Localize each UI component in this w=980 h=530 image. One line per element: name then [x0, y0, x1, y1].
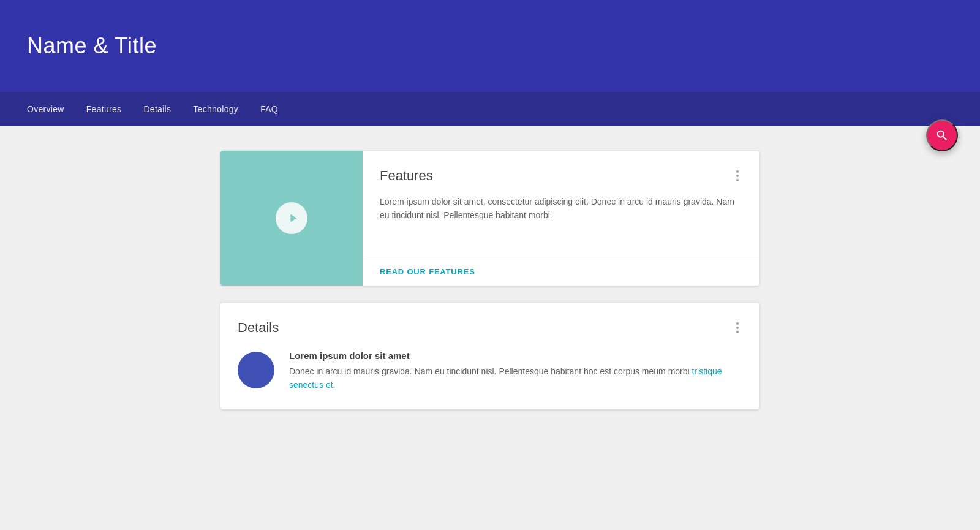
features-card-text: Lorem ipsum dolor sit amet, consectetur … [380, 195, 742, 222]
features-thumbnail [221, 151, 363, 286]
search-fab-button[interactable] [926, 119, 958, 151]
more-dot-1 [736, 170, 739, 173]
more-dot-2 [736, 175, 739, 177]
features-card-link[interactable]: READ OUR FEATURES [380, 267, 475, 276]
page-header: Name & Title [0, 0, 980, 92]
details-card: Details Lorem ipsum dolor sit amet Donec… [221, 303, 760, 409]
features-card: Features Lorem ipsum dolor sit amet, con… [221, 151, 760, 286]
nav-item-details[interactable]: Details [143, 93, 171, 125]
details-body-text-1: Donec in arcu id mauris gravida. Nam eu … [289, 366, 692, 376]
nav-item-features[interactable]: Features [86, 93, 122, 125]
page-title: Name & Title [27, 33, 157, 59]
play-icon [286, 211, 300, 225]
details-body-text: Donec in arcu id mauris gravida. Nam eu … [289, 365, 742, 392]
details-bold-text: Lorem ipsum dolor sit amet [289, 350, 742, 361]
details-dot-1 [736, 322, 739, 325]
features-card-header: Features [380, 168, 742, 184]
nav-item-overview[interactable]: Overview [27, 93, 64, 125]
details-card-title: Details [238, 320, 279, 336]
details-dot-2 [736, 327, 739, 329]
nav-item-technology[interactable]: Technology [193, 93, 238, 125]
details-card-header: Details [238, 320, 742, 336]
features-card-body: Features Lorem ipsum dolor sit amet, con… [363, 151, 760, 257]
features-card-title: Features [380, 168, 433, 184]
details-more-button[interactable] [733, 320, 742, 336]
more-dot-3 [736, 179, 739, 181]
features-content: Features Lorem ipsum dolor sit amet, con… [363, 151, 760, 286]
avatar [238, 352, 274, 388]
nav-item-faq[interactable]: FAQ [260, 93, 278, 125]
features-card-footer: READ OUR FEATURES [363, 257, 760, 286]
details-row: Lorem ipsum dolor sit amet Donec in arcu… [238, 350, 742, 392]
features-more-button[interactable] [733, 168, 742, 184]
main-nav: Overview Features Details Technology FAQ [0, 92, 980, 126]
details-dot-3 [736, 331, 739, 333]
details-text-block: Lorem ipsum dolor sit amet Donec in arcu… [289, 350, 742, 392]
play-button[interactable] [276, 202, 307, 234]
main-content: Features Lorem ipsum dolor sit amet, con… [221, 126, 760, 434]
search-icon [935, 129, 949, 142]
